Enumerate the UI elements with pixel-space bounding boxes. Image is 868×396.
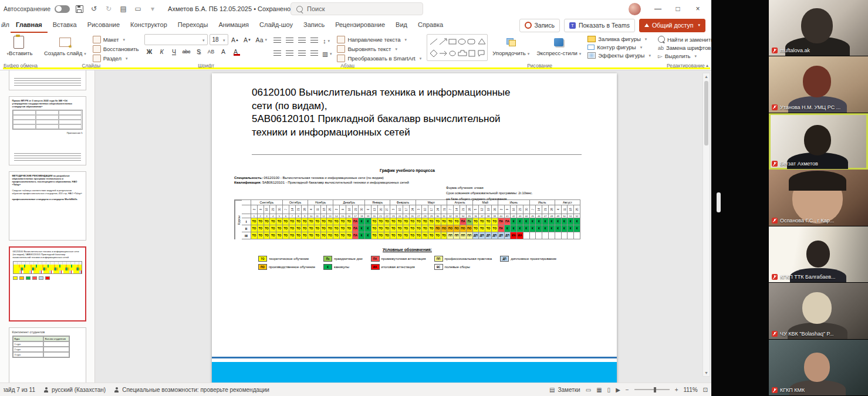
tab-Переходы[interactable]: Переходы	[173, 18, 214, 33]
slideshow-button[interactable]: ▶	[616, 387, 620, 393]
participant-tile[interactable]: muftalova.ak	[769, 0, 868, 56]
tab-Анимация[interactable]: Анимация	[213, 18, 254, 33]
zoom-slider[interactable]	[634, 389, 670, 390]
participant-tile[interactable]: Бегзат Ахметов	[769, 113, 868, 170]
new-slide-button[interactable]: Создать слайд	[42, 34, 89, 56]
scroll-down-icon[interactable]: ▼	[704, 371, 708, 375]
align-left-button[interactable]	[272, 49, 282, 59]
font-family-select[interactable]	[144, 34, 208, 45]
shrink-font-button[interactable]: А▼	[242, 35, 253, 45]
convert-to-smartart-button[interactable]: Преобразовать в SmartArt	[335, 54, 423, 63]
layout-button[interactable]: Макет	[91, 35, 141, 44]
line-spacing-button[interactable]: ↕	[321, 36, 332, 46]
undo-button[interactable]: ↺	[89, 4, 99, 14]
search-input[interactable]: Поиск	[291, 2, 423, 15]
slide-thumbnail[interactable]	[9, 70, 86, 90]
schedule-object[interactable]: График учебного процесса Специальность: …	[234, 168, 580, 270]
select-button[interactable]: ▻Выделить	[656, 52, 715, 60]
shape-effects-button[interactable]: Эффекты фигуры	[586, 52, 653, 59]
paste-button[interactable]: Вставить	[3, 34, 35, 56]
slide-thumbnail[interactable]: МЕТОДИЧЕСКИЕ РЕКОМЕНДАЦИИ по разработке …	[9, 171, 86, 241]
increase-indent-button[interactable]	[309, 36, 319, 46]
find-replace-button[interactable]: Найти и заменить	[656, 35, 715, 43]
underline-button[interactable]: Ч	[169, 46, 180, 56]
scrollbar-thumb[interactable]	[704, 81, 708, 145]
slide-sorter-view-button[interactable]: ▦	[596, 387, 602, 393]
tab-Рисование[interactable]: Рисование	[82, 18, 125, 33]
editor-scrollbar[interactable]: ▲ ▼	[702, 73, 710, 377]
zoom-level[interactable]: 111%	[684, 387, 698, 393]
start-slideshow-button[interactable]: ▤	[118, 4, 129, 14]
save-button[interactable]	[74, 4, 85, 14]
reading-view-button[interactable]: ▯	[607, 387, 611, 393]
present-in-teams-button[interactable]: TПоказать в Teams	[564, 19, 635, 32]
font-color-button[interactable]: А	[231, 46, 241, 56]
grow-font-button[interactable]: А▲	[230, 35, 241, 45]
tab-Запись[interactable]: Запись	[298, 18, 330, 33]
notes-button[interactable]: ▤Заметки	[549, 387, 580, 393]
align-center-button[interactable]	[284, 49, 295, 59]
arrange-button[interactable]: Упорядочить	[490, 34, 532, 56]
language-indicator[interactable]: русский (Казахстан)	[43, 387, 106, 393]
slide-title[interactable]: 06120100 Вычислительная техника и информ…	[252, 86, 589, 139]
record-button[interactable]: Запись	[519, 19, 560, 32]
italic-button[interactable]: К	[157, 46, 167, 56]
tab-Вид[interactable]: Вид	[390, 18, 413, 33]
participant-tile[interactable]: КГКП КМК	[769, 340, 868, 396]
tab-Главная[interactable]: Главная	[11, 18, 48, 33]
tab-Вставка[interactable]: Вставка	[48, 18, 82, 33]
accessibility-indicator[interactable]: Специальные возможности: проверьте реком…	[114, 387, 269, 393]
columns-button[interactable]: ▥	[321, 49, 333, 59]
tab-Рецензирование[interactable]: Рецензирование	[330, 18, 390, 33]
touch-mode-button[interactable]: ▭	[133, 4, 143, 14]
font-size-select[interactable]: 18	[210, 34, 228, 45]
slide-canvas[interactable]: 06120100 Вычислительная техника и информ…	[212, 73, 617, 383]
tab-Конструктор[interactable]: Конструктор	[125, 18, 173, 33]
reset-button[interactable]: Восстановить	[91, 45, 141, 53]
fit-to-window-button[interactable]: ⊡	[703, 387, 708, 393]
tab-Слайд-шоу[interactable]: Слайд-шоу	[254, 18, 298, 33]
change-case-button[interactable]: Аа	[255, 35, 268, 45]
bullets-button[interactable]	[272, 36, 282, 46]
text-direction-button[interactable]: Направление текста	[335, 35, 423, 44]
text-shadow-button[interactable]: S	[194, 46, 204, 56]
shape-fill-button[interactable]: Заливка фигуры	[586, 35, 653, 43]
scroll-up-icon[interactable]: ▲	[704, 75, 708, 79]
user-avatar[interactable]	[629, 3, 641, 15]
highlight-color-button[interactable]: А	[218, 46, 229, 56]
justify-button[interactable]	[309, 49, 319, 59]
slide-thumbnail[interactable]: 06120100 Вычислительная техника и информ…	[9, 246, 86, 321]
replace-fonts-button[interactable]: abЗамена шрифтов	[656, 44, 715, 52]
character-spacing-button[interactable]: АВ	[206, 46, 217, 56]
minimize-button[interactable]: —	[648, 0, 668, 18]
participant-tile[interactable]: КГКП ТТК Балгабаев...	[769, 226, 868, 283]
shapes-gallery[interactable]	[427, 34, 488, 61]
zoom-out-button[interactable]: −	[626, 387, 629, 393]
autosave-toggle[interactable]	[55, 5, 70, 13]
tab-Справка[interactable]: Справка	[413, 18, 448, 33]
collapse-ribbon-button[interactable]: ▴	[706, 63, 708, 68]
align-text-button[interactable]: Выровнять текст	[335, 45, 423, 53]
bold-button[interactable]: Ж	[144, 46, 155, 56]
decrease-indent-button[interactable]	[296, 36, 307, 46]
close-button[interactable]: ×	[688, 0, 708, 18]
share-button[interactable]: Общий доступ	[639, 19, 705, 32]
qat-customize-button[interactable]: ▾	[147, 4, 158, 14]
participant-tile[interactable]: Утанова Н.М. УМЦ РС ...	[769, 56, 868, 113]
panel-scrollbar-thumb[interactable]	[717, 192, 721, 212]
maximize-button[interactable]: □	[668, 0, 688, 18]
section-button[interactable]: Раздел	[91, 54, 141, 63]
tab-Файл[interactable]: Файл	[1, 18, 11, 33]
numbering-button[interactable]	[284, 36, 295, 46]
strikethrough-button[interactable]: abc	[181, 46, 192, 56]
normal-view-button[interactable]: ▭	[586, 387, 591, 393]
shape-outline-button[interactable]: Контур фигуры	[586, 43, 653, 51]
slide-thumbnail[interactable]: Приказ МП РК от 3 августа 2022 года № 34…	[9, 96, 86, 165]
zoom-in-button[interactable]: +	[675, 387, 678, 393]
slide-thumbnail[interactable]: Контингент студентовКурсКол-во студентов…	[9, 327, 86, 383]
align-right-button[interactable]	[296, 49, 307, 59]
participant-tile[interactable]: Оспанова Г.С., г Кар...	[769, 170, 868, 226]
redo-button[interactable]: ↻	[103, 4, 114, 14]
quick-styles-button[interactable]: Экспресс-стили	[534, 34, 583, 56]
participant-tile[interactable]: ЧУ КВК "Bolashaq" Р...	[769, 283, 868, 339]
